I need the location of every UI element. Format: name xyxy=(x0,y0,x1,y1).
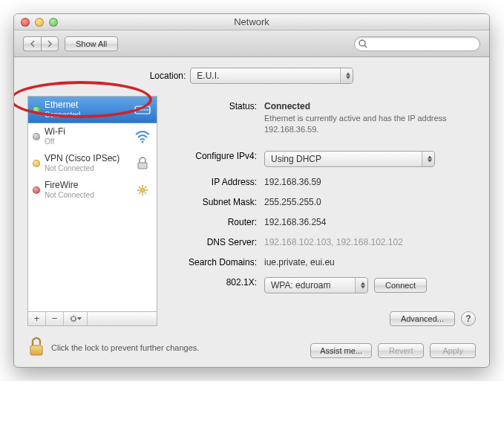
status-description: Ethernet is currently active and has the… xyxy=(264,113,450,135)
search-domains-value: iue.private, eui.eu xyxy=(264,255,476,267)
sidebar-item-firewire[interactable]: FireWire Not Connected xyxy=(28,177,157,204)
sidebar-item-sublabel: Off xyxy=(45,137,133,146)
chevron-right-icon xyxy=(47,40,53,48)
apply-button[interactable]: Apply xyxy=(430,343,476,358)
body: Ethernet Connected Wi-Fi Off xyxy=(27,96,476,326)
assist-button[interactable]: Assist me... xyxy=(310,343,372,358)
dns-label: DNS Server: xyxy=(168,235,264,247)
lock-icon xyxy=(133,157,152,170)
network-preferences-window: Network Show All Location: E.U.I. xyxy=(13,13,490,368)
status-dot-icon xyxy=(33,160,40,167)
sidebar-item-sublabel: Not Connected xyxy=(45,164,133,172)
sidebar-item-label: VPN (Cisco IPSec) xyxy=(45,154,133,163)
location-value: E.U.I. xyxy=(197,71,219,81)
svg-point-6 xyxy=(71,316,76,321)
search-icon xyxy=(358,39,368,49)
titlebar: Network xyxy=(14,14,489,30)
location-label: Location: xyxy=(150,71,191,81)
forward-button[interactable] xyxy=(41,36,59,51)
svg-point-5 xyxy=(140,188,145,192)
window-title: Network xyxy=(14,16,489,27)
router-row: Router: 192.168.36.254 xyxy=(168,215,476,227)
sidebar-footer: + − xyxy=(27,311,157,326)
status-label: Status: xyxy=(168,99,264,111)
nav-segment xyxy=(23,36,59,51)
subnet-value: 255.255.255.0 xyxy=(264,195,476,207)
status-dot-icon xyxy=(33,106,40,114)
search-input[interactable] xyxy=(368,39,475,49)
wifi-icon xyxy=(133,130,152,143)
sidebar-item-label: Wi-Fi xyxy=(45,127,133,137)
ip-row: IP Address: 192.168.36.59 xyxy=(168,175,476,187)
svg-point-0 xyxy=(359,40,365,46)
action-menu-button[interactable] xyxy=(64,312,88,325)
revert-button[interactable]: Revert xyxy=(378,343,424,358)
content-area: Location: E.U.I. Ethernet Connected xyxy=(14,57,489,367)
firewire-icon xyxy=(133,184,152,197)
show-all-button[interactable]: Show All xyxy=(65,36,118,51)
svg-rect-4 xyxy=(138,163,147,169)
auth-label: 802.1X: xyxy=(168,275,264,288)
location-popup[interactable]: E.U.I. xyxy=(190,68,353,84)
svg-rect-7 xyxy=(30,345,42,355)
connect-button[interactable]: Connect xyxy=(374,278,427,293)
ip-label: IP Address: xyxy=(168,175,264,187)
auth-value: WPA: eduroam xyxy=(271,280,330,290)
configure-value: Using DHCP xyxy=(271,154,321,164)
details-pane: Status: Connected Ethernet is currently … xyxy=(168,96,476,326)
sidebar-item-sublabel: Not Connected xyxy=(45,191,133,199)
status-dot-icon xyxy=(33,186,40,194)
lock-icon[interactable] xyxy=(27,337,45,360)
subnet-row: Subnet Mask: 255.255.255.0 xyxy=(168,195,476,207)
back-button[interactable] xyxy=(23,36,41,51)
location-row: Location: E.U.I. xyxy=(27,68,476,84)
search-field[interactable] xyxy=(354,36,480,51)
advanced-button[interactable]: Advanced... xyxy=(390,311,455,326)
gear-icon xyxy=(68,314,83,323)
router-label: Router: xyxy=(168,215,264,227)
status-value: Connected xyxy=(264,101,310,111)
sidebar-item-vpn[interactable]: VPN (Cisco IPSec) Not Connected xyxy=(28,150,157,177)
status-dot-icon xyxy=(33,133,40,140)
sidebar: Ethernet Connected Wi-Fi Off xyxy=(27,96,157,326)
help-button[interactable]: ? xyxy=(461,311,476,326)
subnet-label: Subnet Mask: xyxy=(168,195,264,207)
interface-list: Ethernet Connected Wi-Fi Off xyxy=(27,96,157,311)
auth-row: 802.1X: WPA: eduroam Connect xyxy=(168,275,476,293)
svg-line-1 xyxy=(364,45,367,48)
configure-label: Configure IPv4: xyxy=(168,149,264,161)
sidebar-item-label: Ethernet xyxy=(45,100,133,110)
dns-row: DNS Server: 192.168.102.103, 192.168.102… xyxy=(168,235,476,247)
sidebar-item-ethernet[interactable]: Ethernet Connected xyxy=(28,97,157,123)
ip-value: 192.168.36.59 xyxy=(264,175,476,187)
svg-point-3 xyxy=(142,140,144,143)
remove-interface-button[interactable]: − xyxy=(46,312,64,325)
router-value: 192.168.36.254 xyxy=(264,215,476,227)
lock-text: Click the lock to prevent further change… xyxy=(51,343,199,352)
configure-row: Configure IPv4: Using DHCP xyxy=(168,149,476,167)
ethernet-icon xyxy=(133,104,152,116)
dns-value: 192.168.102.103, 192.168.102.102 xyxy=(264,235,476,247)
configure-popup[interactable]: Using DHCP xyxy=(264,151,435,167)
sidebar-item-sublabel: Connected xyxy=(45,111,133,119)
sidebar-item-wifi[interactable]: Wi-Fi Off xyxy=(28,123,157,150)
auth-popup[interactable]: WPA: eduroam xyxy=(264,277,368,293)
chevron-left-icon xyxy=(30,40,36,48)
sidebar-item-label: FireWire xyxy=(45,181,133,190)
toolbar: Show All xyxy=(14,30,489,57)
search-domains-label: Search Domains: xyxy=(168,255,264,267)
search-domains-row: Search Domains: iue.private, eui.eu xyxy=(168,255,476,267)
advanced-row: Advanced... ? xyxy=(168,311,476,326)
status-row: Status: Connected Ethernet is currently … xyxy=(168,99,476,135)
add-interface-button[interactable]: + xyxy=(28,312,46,325)
